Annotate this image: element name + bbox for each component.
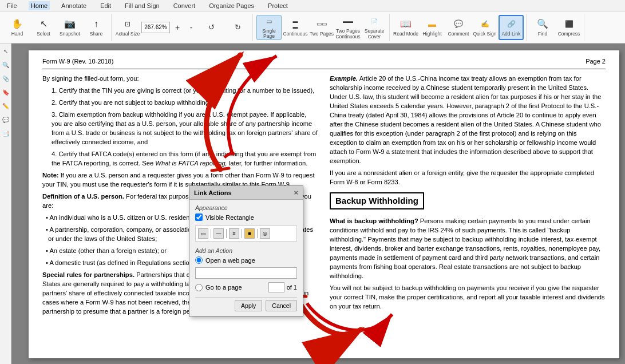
highlight-button[interactable]: ▬ Highlight bbox=[420, 15, 445, 40]
actual-size-label: Actual Size bbox=[116, 31, 140, 37]
color-fill-icon[interactable]: ■ bbox=[244, 228, 255, 239]
toolbar-find-group: 🔍 Find ⬛ Compress bbox=[528, 14, 584, 41]
compress-icon: ⬛ bbox=[563, 18, 575, 30]
separator-1 bbox=[211, 229, 211, 238]
rotate-cw-button[interactable]: ↻ bbox=[225, 15, 250, 40]
sidebar-tool-zoom[interactable]: 🔍 bbox=[1, 60, 11, 70]
toolbar-tools-group: 📖 Read Mode ▬ Highlight 💬 Comment ✍ Quic… bbox=[391, 14, 527, 41]
menu-organize[interactable]: Organize Pages bbox=[207, 1, 256, 10]
add-link-button[interactable]: 🔗 Add Link bbox=[499, 15, 524, 40]
find-label: Find bbox=[538, 31, 548, 37]
continuous-button[interactable]: ▬▬ Continuous bbox=[283, 15, 308, 40]
dialog-title-bar: Link Actions × bbox=[189, 186, 303, 200]
two-pages-cont-button[interactable]: ▬▬ Two Pages Continuous bbox=[335, 15, 361, 40]
sidebar-tool-pages[interactable]: 📑 bbox=[1, 128, 11, 139]
url-input[interactable] bbox=[195, 267, 297, 279]
visible-rect-checkbox[interactable] bbox=[195, 213, 203, 221]
page-header: Form W-9 (Rev. 10-2018) Page 2 bbox=[29, 50, 619, 69]
example-text: Example. Article 20 of the U.S.-China in… bbox=[330, 74, 606, 165]
sidebar-tool-comment[interactable]: 💬 bbox=[1, 114, 11, 125]
toolbar-nav-group: ✋ Hand ↖ Select 📷 Snapshot ↑ Share bbox=[2, 14, 112, 41]
page-number-input[interactable] bbox=[268, 282, 284, 292]
comment-label: Comment bbox=[448, 31, 469, 37]
separate-cover-button[interactable]: 📄 Separate Cover bbox=[362, 15, 387, 40]
item-3: 3. Claim exemption from backup withholdi… bbox=[42, 110, 318, 147]
menu-annotate[interactable]: Annotate bbox=[59, 1, 89, 10]
line-width-icon[interactable]: ≡ bbox=[229, 228, 239, 239]
hand-tool-button[interactable]: ✋ Hand bbox=[5, 15, 30, 40]
sidebar-tool-bookmark[interactable]: 🔖 bbox=[1, 87, 11, 97]
dialog-title: Link Actions bbox=[194, 189, 232, 196]
two-pages-cont-icon: ▬▬ bbox=[342, 15, 354, 27]
comment-button[interactable]: 💬 Comment bbox=[446, 15, 471, 40]
share-icon: ↑ bbox=[90, 18, 102, 30]
go-to-page-row: Go to a page of 1 bbox=[195, 282, 297, 292]
menu-file[interactable]: File bbox=[5, 1, 19, 10]
sidebar-tool-edit[interactable]: ✏️ bbox=[1, 101, 11, 111]
toolbar-zoom-group: ⊡ Actual Size 267.62% + - ↺ ↻ bbox=[113, 14, 253, 41]
color-icon-1[interactable]: ▭ bbox=[198, 228, 208, 239]
cancel-button[interactable]: Cancel bbox=[266, 300, 297, 311]
find-button[interactable]: 🔍 Find bbox=[530, 15, 555, 40]
go-to-page-radio[interactable] bbox=[195, 284, 203, 291]
backup-heading-wrapper: Backup Withholding bbox=[330, 190, 606, 212]
highlight-color-icon[interactable]: ◎ bbox=[260, 228, 270, 239]
quick-sign-label: Quick Sign bbox=[473, 31, 496, 37]
select-tool-button[interactable]: ↖ Select bbox=[31, 15, 56, 40]
two-pages-icon: ▭▭ bbox=[315, 18, 328, 30]
toolbar-view-group: ▭ Single Page ▬▬ Continuous ▭▭ Two Pages… bbox=[254, 14, 390, 41]
share-button[interactable]: ↑ Share bbox=[84, 15, 109, 40]
of-label: of 1 bbox=[287, 284, 297, 291]
dialog-close-button[interactable]: × bbox=[294, 188, 298, 197]
zoom-input[interactable]: 267.62% bbox=[141, 22, 170, 33]
separator-2 bbox=[226, 229, 227, 238]
menu-home[interactable]: Home bbox=[29, 1, 50, 10]
intro-text: By signing the filled-out form, you: bbox=[42, 74, 318, 83]
menu-protect[interactable]: Protect bbox=[266, 1, 290, 10]
snapshot-tool-button[interactable]: 📷 Snapshot bbox=[57, 15, 82, 40]
separator-3 bbox=[242, 229, 242, 238]
menu-edit[interactable]: Edit bbox=[98, 1, 113, 10]
right-column: Example. Article 20 of the U.S.-China in… bbox=[330, 74, 606, 319]
two-pages-label: Two Pages bbox=[310, 31, 334, 37]
hand-label: Hand bbox=[11, 31, 23, 37]
line-style-icon[interactable]: — bbox=[213, 228, 224, 239]
quick-sign-icon: ✍ bbox=[478, 18, 491, 30]
open-web-label: Open a web page bbox=[205, 257, 255, 264]
comment-icon: 💬 bbox=[452, 18, 465, 30]
item-1: 1. Certify that the TIN you are giving i… bbox=[42, 86, 318, 95]
sidebar-tool-attach[interactable]: 📎 bbox=[1, 73, 11, 84]
appearance-label: Appearance bbox=[195, 204, 297, 211]
add-link-icon: 🔗 bbox=[505, 18, 517, 30]
zoom-in-button[interactable]: + bbox=[171, 21, 184, 34]
open-web-radio[interactable] bbox=[195, 256, 203, 264]
single-page-button[interactable]: ▭ Single Page bbox=[256, 15, 282, 40]
dialog-buttons: Apply Cancel bbox=[195, 297, 297, 311]
rotate-ccw-button[interactable]: ↺ bbox=[199, 15, 224, 40]
zoom-out-button[interactable]: - bbox=[185, 21, 197, 34]
snapshot-label: Snapshot bbox=[60, 31, 80, 37]
backup-heading: Backup Withholding bbox=[330, 192, 424, 209]
menu-fill-sign[interactable]: Fill and Sign bbox=[122, 1, 162, 10]
read-mode-button[interactable]: 📖 Read Mode bbox=[393, 15, 418, 40]
compress-label: Compress bbox=[558, 31, 580, 37]
separate-cover-label: Separate Cover bbox=[362, 29, 387, 39]
single-page-label: Single Page bbox=[257, 29, 281, 39]
visible-rect-row: Visible Rectangle bbox=[195, 213, 297, 221]
share-label: Share bbox=[90, 31, 103, 37]
open-web-row: Open a web page bbox=[195, 256, 297, 264]
two-pages-cont-label: Two Pages Continuous bbox=[335, 29, 361, 39]
sidebar-tool-pointer[interactable]: ↖ bbox=[1, 46, 11, 56]
page-number: Page 2 bbox=[586, 57, 606, 66]
two-pages-button[interactable]: ▭▭ Two Pages bbox=[309, 15, 334, 40]
hand-icon: ✋ bbox=[11, 18, 23, 30]
add-action-label: Add an Action bbox=[195, 247, 297, 254]
compress-button[interactable]: ⬛ Compress bbox=[556, 15, 582, 40]
quick-sign-button[interactable]: ✍ Quick Sign bbox=[472, 15, 497, 40]
read-mode-icon: 📖 bbox=[399, 18, 412, 30]
doc-content: By signing the filled-out form, you: 1. … bbox=[29, 74, 619, 319]
menu-convert[interactable]: Convert bbox=[171, 1, 198, 10]
link-dialog: Link Actions × Appearance Visible Rectan… bbox=[189, 185, 303, 316]
actual-size-button[interactable]: ⊡ Actual Size bbox=[115, 15, 140, 40]
apply-button[interactable]: Apply bbox=[235, 300, 262, 311]
